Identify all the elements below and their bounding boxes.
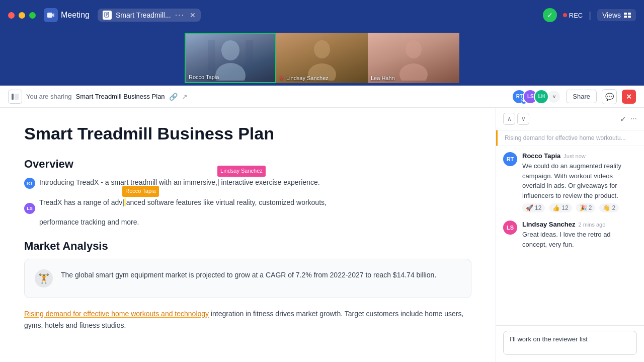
comment-text-1: Great ideas. I love the retro ad concept… xyxy=(522,230,637,249)
external-link-icon[interactable]: ↗ xyxy=(182,93,188,101)
close-button[interactable] xyxy=(8,12,15,19)
mic-off-icon: 🎙 xyxy=(279,76,284,81)
rec-badge: REC xyxy=(563,12,583,19)
close-sharing-button[interactable]: ✕ xyxy=(622,90,636,104)
tab[interactable]: Smart Treadmill... ··· ✕ xyxy=(98,9,201,22)
video-name-0: Rocco Tapia xyxy=(189,74,219,80)
nav-next-button[interactable]: ∨ xyxy=(517,113,529,125)
nav-prev-button[interactable]: ∧ xyxy=(503,113,515,125)
avatar-group: RT 👁 LS LH ∨ xyxy=(512,89,561,104)
overview-text-2: interactive exercise experience. xyxy=(219,178,320,186)
comment-author-0: Rocco Tapia xyxy=(522,152,560,160)
svg-rect-9 xyxy=(628,16,631,18)
video-participant-1[interactable]: 🎙 Lindsay Sanchez xyxy=(276,33,368,83)
rising-demand-text: Rising demand for effective home workout… xyxy=(24,308,471,331)
views-button[interactable]: Views xyxy=(597,9,636,21)
comment-time-1: 2 mins ago xyxy=(578,222,605,228)
sharing-bar: You are sharing Smart Treadmill Business… xyxy=(0,86,644,108)
app-icon xyxy=(44,8,58,22)
comment-author-1: Lindsay Sanchez xyxy=(522,221,575,228)
maximize-button[interactable] xyxy=(29,12,36,19)
overview-text-3: TreadX has a range of adv xyxy=(39,198,122,206)
market-stat-text: The global smart gym equipment market is… xyxy=(61,269,436,280)
overview-p1: Introducing TreadX - a smart treadmill w… xyxy=(39,177,327,188)
rocket-emoji: 🚀 xyxy=(526,204,533,211)
comment-item-1: LS Lindsay Sanchez 2 mins ago Great idea… xyxy=(503,221,637,249)
rocco-cursor: Rocco Tapia| xyxy=(122,197,124,208)
reaction-rocket[interactable]: 🚀 12 xyxy=(522,203,545,212)
comment-item-0: RT Rocco Tapia Just now We could do an a… xyxy=(503,152,637,212)
nav-arrows: ∧ ∨ xyxy=(503,113,529,125)
market-stat-box: 🏋 The global smart gym equipment market … xyxy=(24,259,471,298)
overview-p3: performance tracking and more. xyxy=(39,216,327,228)
video-participant-0[interactable]: Rocco Tapia xyxy=(185,33,276,83)
lindsay-cursor: Lindsay Sanchez| xyxy=(217,177,219,188)
comment-body-1: Lindsay Sanchez 2 mins ago Great ideas. … xyxy=(522,221,637,249)
comment-panel-header: ∧ ∨ ✓ ··· xyxy=(496,108,644,130)
market-icon: 🏋 xyxy=(35,269,53,287)
svg-point-14 xyxy=(314,40,330,58)
content-row: Smart Treadmill Business Plan Overview R… xyxy=(0,108,644,362)
comment-avatar-0: RT xyxy=(503,152,517,166)
svg-point-11 xyxy=(215,63,246,81)
svg-rect-0 xyxy=(47,13,52,18)
overview-paragraph-row: RT LS Introducing TreadX - a smart tread… xyxy=(24,177,471,236)
tab-more-button[interactable]: ··· xyxy=(175,11,185,20)
meeting-app-icon: Meeting xyxy=(44,8,90,22)
overview-text-block: Introducing TreadX - a smart treadmill w… xyxy=(39,177,327,236)
tada-count: 2 xyxy=(589,204,592,211)
resolve-icon[interactable]: ✓ xyxy=(620,114,626,124)
svg-rect-7 xyxy=(628,13,631,15)
more-options-icon[interactable]: ··· xyxy=(630,114,637,123)
svg-rect-8 xyxy=(624,16,627,18)
inline-avatar-rt: RT xyxy=(24,178,35,189)
views-label: Views xyxy=(602,11,621,19)
cursor-label-lindsay: Lindsay Sanchez xyxy=(217,166,266,177)
avatar-column: RT LS xyxy=(24,178,35,236)
reaction-wave[interactable]: 👋 2 xyxy=(599,203,619,212)
share-button[interactable]: Share xyxy=(566,90,597,103)
tab-label: Smart Treadmill... xyxy=(116,11,171,19)
market-heading: Market Analysis xyxy=(24,240,471,253)
sharing-text: You are sharing xyxy=(26,93,72,100)
avatar-2: LH xyxy=(534,89,549,104)
comment-button[interactable]: 💬 xyxy=(602,89,617,104)
video-name-1: 🎙 Lindsay Sanchez xyxy=(279,75,329,81)
comment-time-0: Just now xyxy=(564,153,585,159)
comment-reactions-0: 🚀 12 👍 12 🎉 2 xyxy=(522,203,637,212)
svg-point-10 xyxy=(221,40,239,60)
rising-highlighted: Rising demand for effective home workout… xyxy=(24,310,209,318)
tab-close-button[interactable]: ✕ xyxy=(190,11,196,19)
rocket-count: 12 xyxy=(535,204,541,211)
svg-point-17 xyxy=(399,63,428,81)
svg-rect-12 xyxy=(208,40,215,70)
video-participant-2[interactable]: Lea Hahn xyxy=(368,33,459,83)
wave-emoji: 👋 xyxy=(603,204,610,211)
svg-marker-1 xyxy=(52,13,54,17)
comment-list: RT Rocco Tapia Just now We could do an a… xyxy=(496,146,644,325)
main-area: You are sharing Smart Treadmill Business… xyxy=(0,86,644,362)
comment-input-area xyxy=(496,325,644,362)
link-icon[interactable]: 🔗 xyxy=(169,93,178,101)
rec-label: REC xyxy=(569,12,583,19)
reaction-tada[interactable]: 🎉 2 xyxy=(576,203,596,212)
video-strip: Rocco Tapia 🎙 Lindsay Sanchez Lea Hahn xyxy=(0,30,644,86)
overview-text-1: Introducing TreadX - a smart treadmill w… xyxy=(39,178,217,186)
shield-icon: ✓ xyxy=(543,8,557,22)
inline-avatar-ls: LS xyxy=(24,203,35,214)
comment-header-0: Rocco Tapia Just now xyxy=(522,152,637,160)
sidebar-toggle-button[interactable] xyxy=(8,90,22,104)
svg-rect-13 xyxy=(246,40,253,70)
thread-label: Rising demand for effective home workout… xyxy=(496,130,644,146)
thread-label-text: Rising demand for effective home workout… xyxy=(505,134,626,141)
cursor-label-rocco: Rocco Tapia xyxy=(122,186,158,197)
panel-actions: ✓ ··· xyxy=(620,114,637,124)
sharing-doc-name: Smart Treadmill Business Plan xyxy=(76,93,165,100)
comment-body-0: Rocco Tapia Just now We could do an augm… xyxy=(522,152,637,212)
avatar-more[interactable]: ∨ xyxy=(547,90,561,104)
reaction-thumbs[interactable]: 👍 12 xyxy=(549,203,572,212)
comment-input[interactable] xyxy=(503,331,637,355)
svg-rect-19 xyxy=(15,94,19,100)
svg-point-16 xyxy=(406,40,422,58)
minimize-button[interactable] xyxy=(19,12,25,19)
